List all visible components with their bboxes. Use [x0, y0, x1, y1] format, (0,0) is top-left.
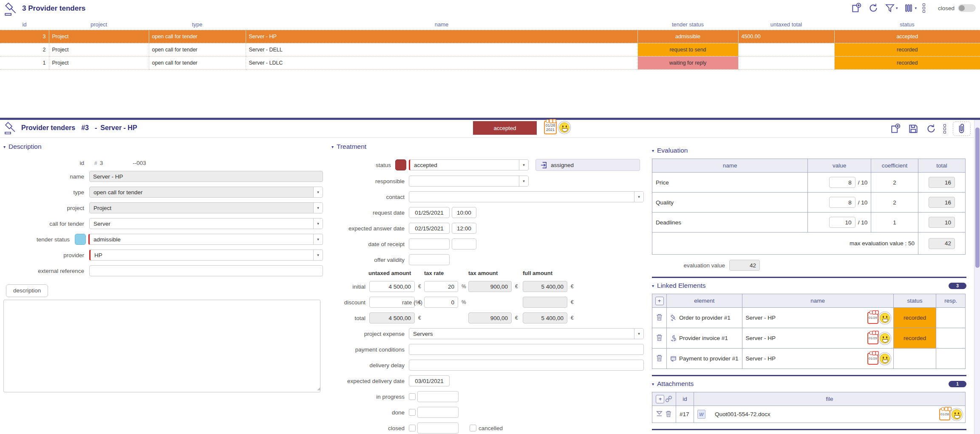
save-icon[interactable] — [908, 123, 919, 134]
smiley-icon[interactable] — [880, 313, 890, 323]
smiley-icon[interactable] — [559, 122, 569, 133]
calendar-icon[interactable]: 01/28 — [939, 408, 950, 420]
type-select[interactable]: open call for tender▾ — [89, 187, 323, 198]
project-expense-select[interactable]: Servers▾ — [409, 328, 644, 339]
add-linked-element-button[interactable]: + — [655, 297, 664, 305]
assigned-button[interactable]: assigned — [535, 159, 640, 171]
col-untaxed-total[interactable]: untaxed total — [738, 20, 834, 30]
attachments-section-title[interactable]: ▾Attachments — [652, 380, 694, 388]
id-label: id — [3, 160, 84, 166]
evaluation-section-title[interactable]: ▾Evaluation — [652, 147, 688, 154]
closed-checkbox[interactable] — [409, 425, 416, 431]
provider-select[interactable]: HP▾ — [89, 250, 323, 261]
tender-status-badge[interactable]: admissible — [637, 30, 738, 43]
tender-status-badge[interactable]: waiting for reply — [637, 56, 738, 69]
col-project[interactable]: project — [49, 20, 149, 30]
responsible-select[interactable]: ▾ — [409, 176, 529, 187]
calendar-icon[interactable]: 01/29 — [867, 353, 878, 365]
chevron-down-icon: ▾ — [634, 329, 643, 339]
done-date-field[interactable] — [417, 407, 459, 418]
attachment-filename[interactable]: Quot001-554-72.docx — [715, 411, 770, 417]
smiley-icon[interactable] — [952, 409, 962, 420]
columns-icon[interactable]: ▾ — [904, 3, 917, 13]
add-attachment-button[interactable]: + — [656, 395, 664, 403]
initial-rate-field[interactable] — [424, 281, 458, 292]
external-reference-field[interactable] — [89, 265, 323, 276]
cancelled-checkbox[interactable] — [470, 425, 476, 431]
closed-toggle[interactable] — [958, 4, 976, 12]
description-section-title[interactable]: ▾Description — [3, 143, 323, 150]
closed-date-field[interactable] — [417, 423, 459, 434]
status-select[interactable]: accepted▾ — [409, 159, 529, 170]
refresh-icon[interactable] — [926, 123, 937, 134]
delete-icon[interactable] — [656, 354, 663, 362]
project-select[interactable]: Project▾ — [89, 202, 323, 213]
tender-status-badge[interactable]: request to send — [637, 43, 738, 56]
delete-icon[interactable] — [656, 334, 663, 341]
name-field[interactable] — [89, 171, 323, 182]
link-icon — [666, 396, 672, 402]
calendar-icon[interactable]: 01/282021 — [544, 121, 557, 134]
deadlines-total-field — [929, 217, 955, 228]
attachment-dropzone[interactable] — [953, 122, 971, 136]
calendar-icon[interactable]: 01/29 — [867, 332, 878, 344]
more-options-icon[interactable] — [923, 3, 925, 13]
table-row[interactable]: 2 Project open call for tender Server - … — [0, 43, 980, 56]
col-id[interactable]: id — [0, 20, 49, 30]
description-tab[interactable]: description — [6, 284, 48, 297]
treatment-section-title[interactable]: ▾Treatment — [331, 143, 651, 150]
col-status[interactable]: status — [834, 20, 980, 30]
smiley-icon[interactable] — [880, 333, 890, 343]
delete-icon[interactable] — [656, 313, 663, 321]
delete-icon[interactable] — [665, 410, 672, 417]
add-icon[interactable] — [890, 123, 901, 134]
initial-full-field — [523, 281, 567, 292]
in-progress-checkbox[interactable] — [409, 393, 416, 400]
expected-delivery-date-field[interactable] — [409, 375, 450, 386]
done-checkbox[interactable] — [409, 409, 416, 416]
col-type[interactable]: type — [149, 20, 246, 30]
status-badge[interactable]: recorded — [834, 56, 980, 69]
table-row[interactable]: 3 Project open call for tender Server - … — [0, 30, 980, 43]
invoice-icon — [670, 335, 677, 341]
request-time-field[interactable] — [452, 207, 476, 218]
payment-conditions-field[interactable] — [409, 344, 644, 355]
expected-answer-time-field[interactable] — [452, 223, 476, 234]
table-row[interactable]: 1 Project open call for tender Server - … — [0, 56, 980, 69]
scrollbar-thumb[interactable] — [975, 128, 980, 268]
in-progress-date-field[interactable] — [417, 391, 459, 402]
refresh-icon[interactable] — [868, 3, 879, 14]
contact-select[interactable]: ▾ — [409, 191, 644, 202]
discount-rate-field[interactable] — [424, 297, 458, 308]
expected-answer-date-field[interactable] — [409, 223, 450, 234]
linked-elements-section-title[interactable]: ▾Linked Elements — [652, 282, 706, 289]
request-date-field[interactable] — [409, 207, 450, 218]
delivery-delay-field[interactable] — [409, 360, 644, 371]
chevron-down-icon: ▾ — [313, 187, 323, 197]
status-badge[interactable]: recorded — [834, 43, 980, 56]
status-badge[interactable]: accepted — [834, 30, 980, 43]
calendar-icon[interactable]: 01/29 — [867, 312, 878, 324]
download-icon[interactable] — [656, 411, 663, 417]
resize-handle-icon[interactable]: ◢ — [317, 386, 320, 391]
description-textarea[interactable] — [3, 300, 320, 392]
attachments-count-badge: 1 — [949, 381, 966, 387]
more-options-icon[interactable] — [943, 124, 946, 133]
filter-icon[interactable]: ▾ — [885, 3, 898, 13]
quality-value-field[interactable] — [829, 197, 855, 208]
offer-validity-field[interactable] — [409, 254, 450, 265]
deadlines-value-field[interactable] — [829, 217, 855, 228]
date-of-receipt-field[interactable] — [409, 238, 450, 250]
evaluation-table: name value coefficient total Price / 10 … — [652, 159, 966, 255]
receipt-time-field[interactable] — [452, 238, 476, 250]
vertical-scrollbar[interactable] — [974, 120, 980, 434]
col-name[interactable]: name — [246, 20, 637, 30]
initial-untaxed-field[interactable] — [369, 281, 415, 292]
call-for-tender-select[interactable]: Server▾ — [89, 218, 323, 229]
tender-status-select[interactable]: admissible▾ — [88, 234, 323, 245]
add-icon[interactable] — [851, 3, 862, 14]
id-value: 3 — [100, 160, 103, 166]
price-value-field[interactable] — [829, 177, 855, 188]
smiley-icon[interactable] — [880, 354, 890, 364]
col-tender-status[interactable]: tender status — [637, 20, 738, 30]
